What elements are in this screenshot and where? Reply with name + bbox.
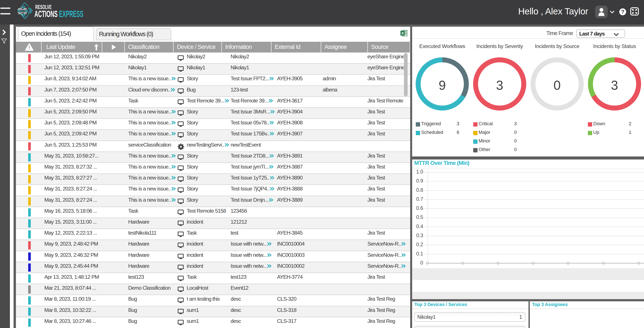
svg-text:X: X xyxy=(401,31,404,36)
svg-text:?: ? xyxy=(621,9,624,15)
